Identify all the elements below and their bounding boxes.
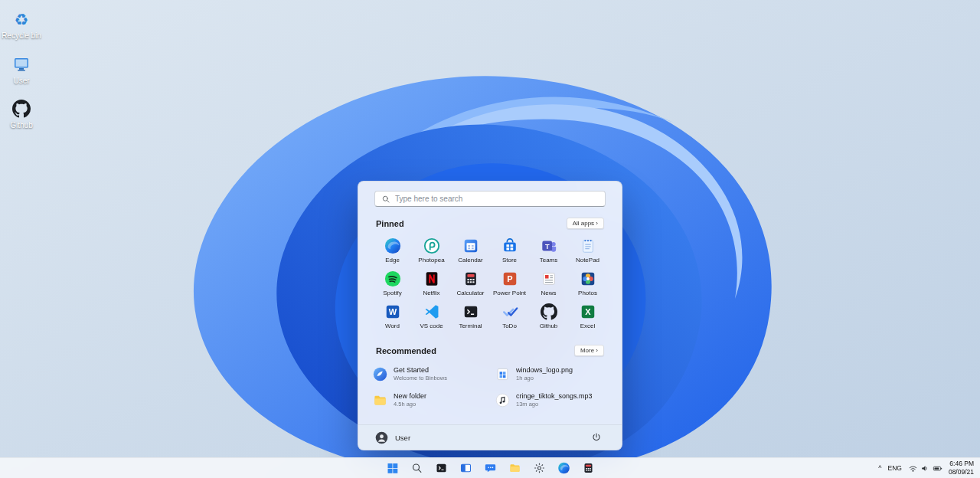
desktop: ♻ Recycle bin User Github Pinned All app… <box>0 0 980 478</box>
pinned-app-excel[interactable]: X Excel <box>568 300 607 332</box>
github-icon <box>11 99 31 119</box>
terminal-icon <box>435 462 447 474</box>
pinned-app-word[interactable]: W Word <box>373 300 412 332</box>
desktop-icon-label: Recycle bin <box>2 31 41 41</box>
chat-icon <box>484 462 496 474</box>
taskbar-task-view-button[interactable] <box>456 460 475 477</box>
pinned-app-store[interactable]: Store <box>490 234 529 267</box>
start-button[interactable] <box>383 460 402 477</box>
more-button[interactable]: More › <box>574 345 604 356</box>
calculator-icon <box>462 270 479 287</box>
taskbar-terminal-button[interactable] <box>432 460 451 477</box>
language-indicator[interactable]: ENG <box>887 464 901 472</box>
power-icon <box>591 432 602 443</box>
pinned-app-grid: Edge Photopea Calendar Store T Teams Not… <box>358 234 622 332</box>
terminal-icon <box>462 303 479 320</box>
calculator-icon <box>582 462 594 474</box>
pinned-app-news[interactable]: News <box>529 267 568 300</box>
svg-text:W: W <box>388 307 397 316</box>
system-tray-icons[interactable] <box>908 463 942 473</box>
taskbar-settings-button[interactable] <box>530 460 549 477</box>
photos-icon <box>580 270 596 287</box>
excel-icon: X <box>580 303 596 320</box>
taskbar-edge-button[interactable] <box>554 460 573 477</box>
pinned-app-photopea[interactable]: Photopea <box>412 234 451 267</box>
desktop-icon-user[interactable]: User <box>2 54 41 86</box>
search-input[interactable] <box>395 195 599 203</box>
start-menu: Pinned All apps › Edge Photopea Calendar… <box>358 181 622 450</box>
taskbar-calculator-button[interactable] <box>579 460 598 477</box>
edge-icon <box>557 462 570 474</box>
teams-icon: T <box>541 237 557 254</box>
pinned-app-netflix[interactable]: Netflix <box>412 267 451 300</box>
user-pc-icon <box>11 54 31 74</box>
pinned-title: Pinned <box>376 219 404 228</box>
pinned-app-todo[interactable]: ToDo <box>490 300 529 332</box>
calendar-icon <box>462 237 479 254</box>
pinned-app-terminal[interactable]: Terminal <box>451 300 490 332</box>
pinned-app-vscode[interactable]: VS code <box>412 300 451 332</box>
recommended-item-windows-logo[interactable]: windows_logo.png 1h ago <box>491 362 612 385</box>
desktop-icon-label: Github <box>10 121 32 130</box>
powerpoint-icon: P <box>501 270 518 287</box>
pinned-app-photos[interactable]: Photos <box>568 267 607 300</box>
folder-icon <box>373 393 387 408</box>
pinned-app-notepad[interactable]: NotePad <box>568 234 607 267</box>
svg-text:P: P <box>507 274 512 283</box>
user-profile-button[interactable]: User <box>375 431 410 444</box>
pinned-app-powerpoint[interactable]: P Power Point <box>490 267 529 300</box>
notepad-icon <box>580 237 596 254</box>
store-icon <box>501 237 518 254</box>
task-view-icon <box>459 462 472 474</box>
taskbar-file-explorer-button[interactable] <box>505 460 524 477</box>
gear-icon <box>533 462 545 474</box>
image-file-icon <box>495 367 510 381</box>
search-icon <box>381 195 390 204</box>
todo-icon <box>501 303 518 320</box>
svg-text:X: X <box>585 307 591 316</box>
netflix-icon <box>423 270 440 287</box>
all-apps-button[interactable]: All apps › <box>567 218 604 229</box>
user-avatar-icon <box>375 431 388 444</box>
start-menu-footer: User <box>358 424 622 450</box>
pinned-app-spotify[interactable]: Spotify <box>373 267 412 300</box>
word-icon: W <box>384 303 401 320</box>
taskbar-tray: ^ ENG 6:46 PM 08/09/21 <box>878 458 974 478</box>
desktop-icon-github[interactable]: Github <box>2 99 41 130</box>
power-button[interactable] <box>588 429 605 446</box>
hidden-icons-button[interactable]: ^ <box>878 464 881 472</box>
recommended-item-new-folder[interactable]: New folder 4.5h ago <box>368 388 489 411</box>
clock-time: 6:46 PM <box>949 460 974 468</box>
github-icon <box>541 303 557 320</box>
pinned-app-calendar[interactable]: Calendar <box>451 234 490 267</box>
search-icon <box>410 462 423 474</box>
pinned-app-teams[interactable]: T Teams <box>529 234 568 267</box>
start-search-box[interactable] <box>374 191 606 207</box>
svg-text:T: T <box>544 242 549 250</box>
taskbar-chat-button[interactable] <box>481 460 500 477</box>
pinned-app-calculator[interactable]: Calculator <box>451 267 490 300</box>
recycle-bin-icon: ♻ <box>11 9 31 29</box>
recommended-item-get-started[interactable]: Get Started Welcome to Binbows <box>368 362 489 385</box>
file-explorer-icon <box>508 462 521 474</box>
get-started-icon <box>373 367 387 381</box>
recommended-title: Recommended <box>376 346 436 355</box>
wifi-icon <box>908 463 918 473</box>
edge-icon <box>384 237 401 254</box>
desktop-icon-label: User <box>13 77 29 86</box>
start-icon <box>386 462 398 474</box>
battery-icon <box>933 463 942 473</box>
pinned-app-github[interactable]: Github <box>529 300 568 332</box>
photopea-icon <box>423 237 440 254</box>
clock-date: 08/09/21 <box>949 468 974 476</box>
audio-file-icon <box>495 393 510 408</box>
pinned-app-edge[interactable]: Edge <box>373 234 412 267</box>
taskbar-search-button[interactable] <box>407 460 426 477</box>
vscode-icon <box>423 303 440 320</box>
taskbar-clock[interactable]: 6:46 PM 08/09/21 <box>949 460 974 476</box>
desktop-icon-list: ♻ Recycle bin User Github <box>2 9 41 130</box>
recommended-item-mp3[interactable]: cringe_tiktok_songs.mp3 13m ago <box>491 388 612 411</box>
volume-icon <box>920 463 930 473</box>
desktop-icon-recycle-bin[interactable]: ♻ Recycle bin <box>2 9 41 41</box>
taskbar: ^ ENG 6:46 PM 08/09/21 <box>0 457 980 478</box>
